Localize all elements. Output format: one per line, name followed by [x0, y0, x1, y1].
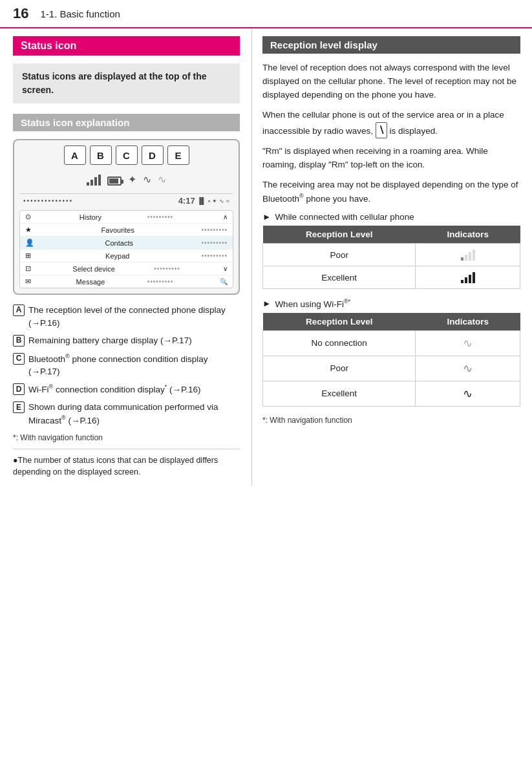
wifi-level-excellent: Excellent [263, 381, 416, 406]
status-battery: ▪ [208, 198, 210, 204]
menu-icon: ✉ [25, 277, 31, 286]
battery-icon [107, 176, 122, 186]
menu-row: ⊙ History ••••••••• ∧ [20, 211, 233, 224]
menu-label: Keypad [105, 252, 129, 260]
menu-dots: ••••••••• [147, 278, 174, 285]
right-footnote-star: *: With navigation function [262, 416, 520, 425]
cellular-label-text: While connected with cellular phone [275, 212, 414, 222]
menu-label: Select device [72, 265, 114, 273]
wifi-reception-table: Reception Level Indicators No connection… [262, 313, 520, 407]
label-text-d: Wi-Fi® connection condition display* (→P… [28, 383, 201, 396]
device-mockup: A B C D E ✦ ∿ ∿ •••••••••••••• [13, 139, 240, 295]
wifi-indicator-excellent: ∿ [416, 381, 520, 406]
device-menu: ⊙ History ••••••••• ∧ ★ Favourites •••••… [19, 210, 233, 288]
label-item-a: A The reception level of the connected p… [13, 304, 240, 329]
menu-label: History [80, 213, 101, 221]
menu-label: Contacts [105, 239, 133, 247]
wifi-icon-2: ∿ [158, 173, 166, 186]
menu-dots: ••••••••• [154, 265, 180, 272]
main-content: Status icon Status icons are displayed a… [0, 28, 532, 486]
cellular-row-excellent: Excellent [263, 266, 520, 289]
wifi-none-icon: ∿ [463, 337, 473, 350]
label-text-e: Shown during data communication performe… [28, 401, 240, 427]
body-text-1: The level of reception does not always c… [262, 61, 520, 102]
menu-icon: 👤 [25, 239, 34, 247]
page-chapter: 1-1. Basic function [40, 8, 120, 19]
label-item-c: C Bluetooth® phone connection condition … [13, 352, 240, 378]
cellular-table-header-indicators: Indicators [416, 226, 520, 244]
time-display: 4:17 [178, 196, 195, 206]
symbol-icons: ✦ ∿ ∿ [19, 170, 233, 188]
status-dots: •••••••••••••• [23, 197, 73, 204]
reception-heading: Reception level display [262, 36, 520, 54]
cellular-label: ► While connected with cellular phone [262, 212, 520, 222]
cellular-level-excellent: Excellent [263, 266, 416, 289]
menu-icon: ⊡ [25, 264, 31, 273]
status-signal: ▐▌ [197, 197, 206, 204]
body-text-4: The receiving area may not be displayed … [262, 178, 520, 206]
label-text-c: Bluetooth® phone connection condition di… [28, 352, 240, 378]
icon-c: C [116, 145, 138, 165]
wifi-label: ► When using Wi-Fi®* [262, 298, 520, 309]
label-item-b: B Remaining battery charge display (→P.1… [13, 334, 240, 347]
menu-icon: ⊞ [25, 251, 31, 260]
bullet-note: ●The number of status icons that can be … [13, 455, 240, 478]
menu-label: Message [76, 278, 105, 286]
cellular-indicator-poor [416, 244, 520, 266]
icon-e: E [167, 145, 189, 165]
wifi-level-no-connection: No connection [263, 330, 416, 356]
wifi-full-icon: ∿ [463, 387, 473, 400]
label-text-a: The reception level of the connected pho… [28, 304, 240, 329]
menu-icon: ★ [25, 226, 32, 234]
menu-dots: ••••••••• [201, 226, 228, 233]
wifi-poor-icon: ∿ [463, 362, 473, 375]
icon-a: A [64, 145, 86, 165]
cellular-row-poor: Poor [263, 244, 520, 266]
explanation-heading: Status icon explanation [13, 114, 240, 131]
footnote-star: *: With navigation function [13, 433, 240, 442]
arrow-icon-wifi: ► [262, 299, 271, 308]
letter-box-c: C [13, 353, 25, 365]
status-icon-heading: Status icon [13, 36, 240, 56]
menu-row: ⊞ Keypad ••••••••• [20, 250, 233, 262]
wifi-indicator-no-connection: ∿ [416, 330, 520, 356]
body-text-2: When the cellular phone is out of the se… [262, 109, 520, 138]
label-item-d: D Wi-Fi® connection condition display* (… [13, 383, 240, 396]
wifi-row-excellent: Excellent ∿ [263, 381, 520, 406]
status-bar-right: 4:17 ▐▌ ▪ ✦ ∿ ≈ [178, 196, 229, 206]
icon-row: A B C D E [19, 145, 233, 165]
signal-poor-icon [422, 249, 513, 261]
label-item-e: E Shown during data communication perfor… [13, 401, 240, 427]
callout-box: Status icons are displayed at the top of… [13, 63, 240, 103]
signal-bars-icon [87, 173, 101, 186]
menu-row-highlighted: 👤 Contacts ••••••••• [20, 237, 233, 250]
letter-box-e: E [13, 401, 25, 413]
right-column: Reception level display The level of rec… [252, 28, 532, 486]
status-extra: ≈ [226, 198, 229, 204]
device-status-bar: •••••••••••••• 4:17 ▐▌ ▪ ✦ ∿ ≈ [19, 193, 233, 208]
wifi-row-no-connection: No connection ∿ [263, 330, 520, 356]
page-header: 16 1-1. Basic function [0, 0, 532, 28]
menu-label: Favourites [101, 226, 134, 234]
wifi-indicator-poor: ∿ [416, 356, 520, 381]
letter-box-a: A [13, 305, 25, 316]
menu-dots: ••••••••• [201, 239, 228, 246]
cellular-indicator-excellent [416, 266, 520, 289]
bluetooth-icon: ✦ [128, 173, 136, 186]
body-text-3: "Rm" is displayed when receiving in a ro… [262, 145, 520, 172]
status-bt: ✦ [212, 198, 217, 204]
scroll-up: ∧ [223, 213, 228, 220]
menu-row: ✉ Message ••••••••• 🔍 [20, 275, 233, 288]
menu-dots: ••••••••• [147, 213, 174, 220]
menu-dots: ••••••••• [201, 252, 228, 259]
cellular-reception-table: Reception Level Indicators Poor Excellen… [262, 226, 520, 289]
letter-box-b: B [13, 335, 25, 347]
page-number: 16 [13, 5, 28, 22]
wifi-level-poor: Poor [263, 356, 416, 381]
letter-box-d: D [13, 383, 25, 395]
wifi-table-header-indicators: Indicators [416, 313, 520, 331]
body-text-2-end: is displayed. [390, 126, 438, 136]
menu-row: ⊡ Select device ••••••••• ∨ [20, 262, 233, 275]
menu-row: ★ Favourites ••••••••• [20, 224, 233, 237]
label-text-b: Remaining battery charge display (→P.17) [28, 334, 192, 347]
